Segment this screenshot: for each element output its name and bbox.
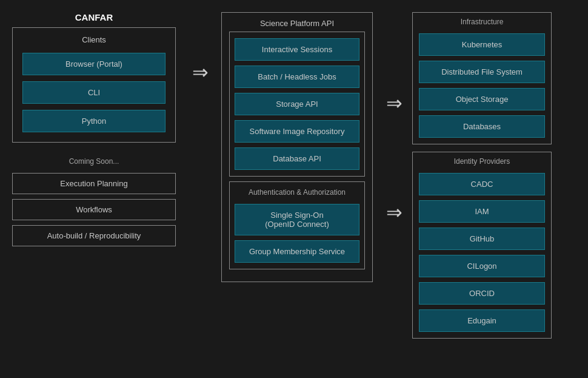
database-api-btn: Database API [235, 147, 359, 170]
sso-btn: Single Sign-On (OpenID Connect) [235, 204, 359, 235]
identity-box: Identity Providers CADC IAM GitHub CILog… [412, 152, 552, 339]
python-btn: Python [22, 110, 165, 132]
cilogon-btn: CILogon [419, 255, 545, 277]
arrow2-top: ⇒ [386, 12, 403, 133]
edugain-btn: Edugain [419, 309, 545, 332]
distributed-fs-btn: Distributed File System [419, 61, 545, 83]
auth-section: Authentication & Authorization Single Si… [229, 181, 365, 269]
group-membership-btn: Group Membership Service [235, 240, 359, 263]
coming-soon-label: Coming Soon... [69, 157, 119, 166]
software-image-repo-btn: Software Image Repository [235, 120, 359, 143]
auth-label: Authentication & Authorization [235, 188, 359, 197]
browser-portal-btn: Browser (Portal) [22, 53, 165, 75]
clients-column: CANFAR Clients Browser (Portal) CLI Pyth… [6, 12, 182, 246]
object-storage-btn: Object Storage [419, 88, 545, 110]
science-api-section: Interactive Sessions Batch / Headless Jo… [229, 32, 365, 177]
right-column: Infrastructure Kubernetes Distributed Fi… [412, 12, 552, 339]
science-platform-label: Science Platform API [229, 19, 365, 28]
arrow2-col: ⇒ ⇒ [376, 12, 412, 255]
auto-build-btn: Auto-build / Reproducibility [12, 225, 176, 246]
arrow1-icon: ⇒ [192, 61, 209, 84]
databases-btn: Databases [419, 115, 545, 138]
arrow1-col: ⇒ [182, 12, 218, 84]
execution-planning-btn: Execution Planning [12, 173, 176, 194]
arrow3-icon-wrap: ⇒ [386, 133, 403, 255]
canfar-title: CANFAR [75, 12, 113, 22]
coming-soon-section: Coming Soon... Execution Planning Workfl… [12, 157, 176, 246]
arrow2-icon: ⇒ [386, 92, 403, 115]
infrastructure-label: Infrastructure [419, 18, 545, 26]
orcid-btn: ORCID [419, 282, 545, 305]
storage-api-btn: Storage API [235, 93, 359, 115]
cli-btn: CLI [22, 81, 165, 104]
iam-btn: IAM [419, 200, 545, 223]
diagram: CANFAR Clients Browser (Portal) CLI Pyth… [0, 0, 588, 378]
kubernetes-btn: Kubernetes [419, 33, 545, 56]
batch-jobs-btn: Batch / Headless Jobs [235, 66, 359, 88]
workflows-btn: Workflows [12, 199, 176, 220]
science-box: Science Platform API Interactive Session… [221, 12, 373, 282]
cadc-btn: CADC [419, 173, 545, 195]
clients-box: Clients Browser (Portal) CLI Python [12, 27, 176, 143]
clients-label: Clients [82, 35, 106, 44]
arrow3-icon: ⇒ [386, 201, 403, 224]
identity-label: Identity Providers [419, 157, 545, 166]
github-btn: GitHub [419, 228, 545, 250]
science-column: Science Platform API Interactive Session… [218, 12, 376, 282]
interactive-sessions-btn: Interactive Sessions [235, 38, 359, 61]
infrastructure-box: Infrastructure Kubernetes Distributed Fi… [412, 12, 552, 144]
